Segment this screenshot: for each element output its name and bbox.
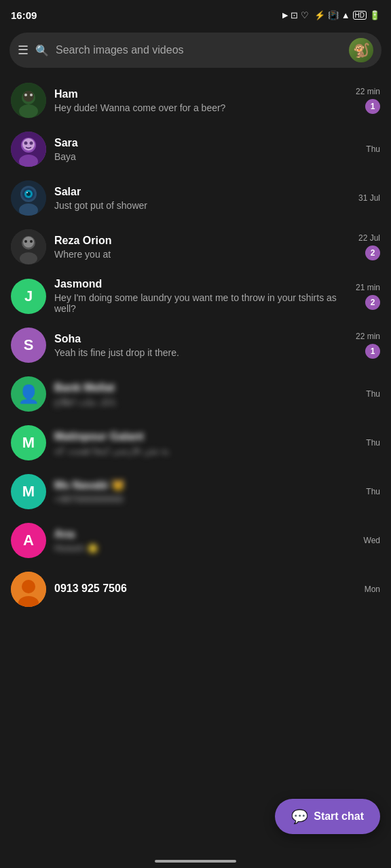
chat-content-ham: Ham Hey dude! Wanna come over for a beer… [54, 88, 348, 113]
svg-point-9 [22, 138, 35, 151]
chat-item-soha[interactable]: S Soha Yeah its fine just drop it there.… [5, 321, 386, 370]
chat-item-reza[interactable]: Reza Orion Where you at 22 Jul 2 [5, 222, 386, 271]
chat-item-salar[interactable]: Salar Just got put of shower 31 Jul [5, 174, 386, 222]
svg-point-24 [30, 240, 33, 243]
chat-time-sara: Thu [366, 144, 380, 154]
search-bar[interactable]: ☰ 🔍 Search images and videos 🐒 [10, 33, 381, 68]
status-icons: ▶ ⊡ ♡ ⚡ 📳 ▲ HD 🔋 [282, 10, 380, 20]
chat-content-sara: Sara Baya [54, 137, 358, 162]
chat-preview-salar: Just got put of shower [54, 200, 350, 211]
start-chat-icon: 💬 [291, 808, 308, 825]
user-avatar[interactable]: 🐒 [349, 38, 373, 62]
vibrate-icon: 📳 [328, 10, 339, 20]
chat-time-matinpour: Thu [366, 438, 380, 448]
status-bar: 16:09 ▶ ⊡ ♡ ⚡ 📳 ▲ HD 🔋 [0, 0, 391, 27]
avatar-ms-navabi: M [11, 474, 46, 509]
chat-meta-sara: Thu [366, 144, 380, 154]
chat-preview-ham: Hey dude! Wanna come over for a beer? [54, 102, 348, 113]
chat-time-ms-navabi: Thu [366, 487, 380, 496]
chat-name-reza: Reza Orion [54, 235, 350, 247]
chat-item-bank[interactable]: 👤 Bank Mellat بانک ملت اطلاع Thu [5, 370, 386, 418]
chat-name-ana: Ana [54, 528, 356, 540]
chat-item-sara[interactable]: Sara Baya Thu [5, 125, 386, 174]
chat-list: Ham Hey dude! Wanna come over for a beer… [0, 76, 391, 614]
svg-point-10 [24, 142, 28, 145]
chat-time-ana: Wed [364, 536, 380, 545]
chat-item-phone[interactable]: 0913 925 7506 Mon [5, 565, 386, 614]
svg-point-26 [22, 580, 35, 593]
chat-preview-reza: Where you at [54, 249, 350, 260]
chat-name-phone: 0913 925 7506 [54, 583, 356, 595]
chat-preview-sara: Baya [54, 151, 358, 162]
chat-preview-ms-navabi: +987000000000 [54, 494, 358, 505]
screen-record-icon: ⊡ [291, 10, 298, 20]
svg-point-21 [20, 252, 37, 264]
svg-point-18 [26, 192, 28, 193]
avatar-bank: 👤 [11, 376, 46, 412]
chat-item-ham[interactable]: Ham Hey dude! Wanna come over for a beer… [5, 76, 386, 125]
wifi-icon: ▲ [341, 10, 350, 20]
chat-meta-bank: Thu [366, 389, 380, 399]
hamburger-menu-icon[interactable]: ☰ [18, 43, 29, 58]
start-chat-label: Start chat [314, 810, 364, 823]
chat-name-salar: Salar [54, 186, 350, 198]
chat-meta-reza: 22 Jul 2 [358, 233, 380, 260]
chat-item-jasmond[interactable]: J Jasmond Hey I'm doing some laundry you… [5, 271, 386, 321]
chat-name-bank: Bank Mellat [54, 382, 358, 394]
chat-content-soha: Soha Yeah its fine just drop it there. [54, 333, 348, 358]
chat-content-phone: 0913 925 7506 [54, 583, 356, 597]
avatar-ham [11, 83, 46, 118]
chat-content-bank: Bank Mellat بانک ملت اطلاع [54, 382, 358, 407]
avatar-letter-matinpour: M [22, 434, 35, 452]
chat-content-jasmond: Jasmond Hey I'm doing some laundry you w… [54, 278, 348, 314]
chat-badge-ham: 1 [365, 99, 380, 114]
chat-meta-matinpour: Thu [366, 438, 380, 448]
chat-preview-bank: بانک ملت اطلاع [54, 396, 358, 407]
chat-content-salar: Salar Just got put of shower [54, 186, 350, 211]
chat-badge-soha: 1 [365, 344, 380, 359]
chat-badge-reza: 2 [365, 245, 380, 260]
avatar-phone [11, 572, 46, 607]
home-indicator [155, 860, 236, 863]
chat-meta-soha: 22 min 1 [356, 332, 380, 359]
chat-time-salar: 31 Jul [358, 193, 380, 203]
youtube-icon: ▶ [282, 11, 288, 20]
svg-point-23 [24, 240, 27, 243]
chat-item-matinpour[interactable]: M Matinpour Galant یه متن فارسی اینجا هس… [5, 418, 386, 467]
start-chat-button[interactable]: 💬 Start chat [275, 799, 380, 834]
chat-time-reza: 22 Jul [358, 233, 380, 243]
chat-preview-matinpour: یه متن فارسی اینجا هست که [54, 445, 358, 456]
chat-content-ms-navabi: Ms Navabi 🐱 +987000000000 [54, 479, 358, 505]
chat-preview-jasmond: Hey I'm doing some laundry you want me t… [54, 292, 348, 314]
chat-name-sara: Sara [54, 137, 358, 149]
avatar-jasmond: J [11, 279, 46, 314]
svg-point-11 [30, 142, 33, 145]
chat-time-bank: Thu [366, 389, 380, 399]
avatar-salar [11, 180, 46, 216]
search-placeholder[interactable]: Search images and videos [56, 44, 342, 56]
chat-item-ana[interactable]: A Ana Husum 🌟 Wed [5, 516, 386, 565]
status-time: 16:09 [11, 9, 37, 21]
chat-meta-ms-navabi: Thu [366, 487, 380, 496]
chat-item-ms-navabi[interactable]: M Ms Navabi 🐱 +987000000000 Thu [5, 467, 386, 516]
chat-time-phone: Mon [365, 585, 380, 594]
chat-preview-ana: Husum 🌟 [54, 542, 356, 553]
chat-name-jasmond: Jasmond [54, 278, 348, 290]
avatar-soha: S [11, 328, 46, 363]
chat-meta-ham: 22 min 1 [356, 87, 380, 114]
avatar-letter-soha: S [24, 336, 34, 354]
avatar-reza [11, 229, 46, 264]
battery-icon: 🔋 [369, 10, 380, 20]
chat-meta-jasmond: 21 min 2 [356, 283, 380, 310]
bluetooth-icon: ⚡ [314, 10, 325, 20]
avatar-matinpour: M [11, 425, 46, 460]
chat-content-matinpour: Matinpour Galant یه متن فارسی اینجا هست … [54, 431, 358, 456]
chat-meta-phone: Mon [365, 585, 380, 594]
chat-content-reza: Reza Orion Where you at [54, 235, 350, 260]
chat-name-ham: Ham [54, 88, 348, 100]
search-icon: 🔍 [35, 44, 49, 57]
chat-name-soha: Soha [54, 333, 348, 345]
avatar-letter-ms-navabi: M [22, 483, 35, 500]
avatar-sara [11, 132, 46, 167]
avatar-letter-ana: A [23, 532, 34, 549]
